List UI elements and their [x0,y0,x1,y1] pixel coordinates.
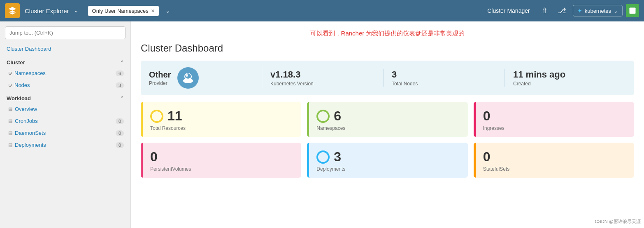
cluster-section-chevron[interactable]: ⌃ [120,60,124,65]
created-section: 11 mins ago Created [505,69,626,87]
namespaces-stat-label: Namespaces [316,125,460,131]
app-menu-chevron[interactable]: ⌄ [72,6,80,15]
namespaces-value: 6 [334,108,341,124]
terminal-btn[interactable]: ⎇ [554,5,570,17]
sidebar-item-daemonsets[interactable]: ▤ DaemonSets 0 [0,127,130,139]
total-resources-value: 11 [167,108,182,124]
stat-card-ingresses[interactable]: 0 Ingresses [474,102,634,137]
main-layout: Cluster Dashboard Cluster ⌃ ⊕ Namespaces… [0,21,644,228]
kubernetes-label: kubernetes [585,8,611,14]
sidebar-item-dashboard[interactable]: Cluster Dashboard [0,42,130,55]
ingresses-label: Ingresses [483,125,627,131]
annotation-text: 可以看到，Rancher 为我们提供的仪表盘还是非常美观的 [141,30,634,38]
deployments-stat-label: Deployments [316,166,460,172]
overview-icon: ▤ [8,106,12,112]
workload-section-chevron[interactable]: ⌃ [120,96,124,101]
provider-logo [177,67,199,89]
nodes-badge: 3 [116,82,124,88]
k8s-version-label: Kubernetes Version [270,81,375,87]
cronjobs-icon: ▤ [8,118,12,124]
svg-point-4 [186,74,188,77]
content-area: 可以看到，Rancher 为我们提供的仪表盘还是非常美观的 Cluster Da… [131,21,644,228]
ingresses-value: 0 [483,108,491,124]
provider-section: Other Provider [149,67,262,89]
namespace-filter-pill[interactable]: Only User Namespaces ✕ [88,6,159,16]
namespace-filter-close[interactable]: ✕ [151,8,155,14]
deployments-value: 3 [334,149,341,165]
upload-btn[interactable]: ⇧ [538,5,551,17]
created-label: Created [513,81,618,87]
kubernetes-cluster-selector[interactable]: ✦ kubernetes ⌄ [573,5,623,16]
created-value: 11 mins ago [513,69,618,80]
deployments-circle [316,150,330,164]
total-nodes-label: Total Nodes [392,81,496,87]
sidebar-item-nodes[interactable]: ⊕ Nodes 3 [0,79,130,91]
namespace-dropdown-btn[interactable]: ⌄ [162,6,174,16]
user-avatar[interactable] [626,4,639,17]
sidebar-item-deployments[interactable]: ▤ Deployments 0 [0,139,130,151]
deployments-badge: 0 [116,142,124,148]
top-navigation: Cluster Explorer ⌄ Only User Namespaces … [0,0,644,21]
sidebar-search-input[interactable] [5,26,126,39]
cronjobs-badge: 0 [116,118,124,124]
namespace-filter-label: Only User Namespaces [92,8,149,14]
total-nodes-value: 3 [392,69,496,80]
statefulsets-value: 0 [483,149,491,165]
app-title: Cluster Explorer [25,7,69,14]
cluster-info-card: Other Provider v1.18.3 [141,61,634,95]
sidebar-workload-section: Workload ⌃ [0,91,130,103]
stat-card-persistent-volumes[interactable]: 0 PersistentVolumes [141,143,301,178]
stat-card-total-resources[interactable]: 11 Total Resources [141,102,301,137]
cluster-manager-btn[interactable]: Cluster Manager [482,5,535,16]
namespaces-badge: 6 [116,71,124,76]
namespaces-icon: ⊕ [8,71,12,76]
total-resources-label: Total Resources [150,125,294,131]
kubernetes-chevron: ⌄ [614,8,618,14]
persistent-volumes-label: PersistentVolumes [150,166,294,172]
k8s-version-value: v1.18.3 [270,69,375,80]
sidebar: Cluster Dashboard Cluster ⌃ ⊕ Namespaces… [0,21,131,228]
k8s-version-section: v1.18.3 Kubernetes Version [262,69,384,87]
sidebar-item-overview[interactable]: ▤ Overview [0,103,130,115]
stat-card-namespaces[interactable]: 6 Namespaces [307,102,467,137]
stat-card-statefulsets[interactable]: 0 StatefulSets [474,143,634,178]
namespaces-circle [316,110,330,123]
persistent-volumes-value: 0 [150,149,158,165]
stats-grid: 11 Total Resources 6 Namespaces 0 Ingres… [141,102,634,178]
stat-card-deployments[interactable]: 3 Deployments [307,143,467,178]
daemonsets-badge: 0 [116,130,124,136]
sidebar-cluster-section: Cluster ⌃ [0,55,130,67]
kubernetes-icon: ✦ [577,7,582,14]
total-nodes-section: 3 Total Nodes [384,69,505,87]
sidebar-item-namespaces[interactable]: ⊕ Namespaces 6 [0,67,130,79]
page-title: Cluster Dashboard [141,42,634,54]
app-logo [5,3,20,18]
nodes-icon: ⊕ [8,82,12,88]
statefulsets-label: StatefulSets [483,166,627,172]
deployments-icon: ▤ [8,142,12,148]
sidebar-item-cronjobs[interactable]: ▤ CronJobs 0 [0,115,130,127]
daemonsets-icon: ▤ [8,130,12,136]
provider-label: Provider [149,80,171,86]
total-resources-circle [150,110,163,123]
provider-value: Other [149,70,171,80]
